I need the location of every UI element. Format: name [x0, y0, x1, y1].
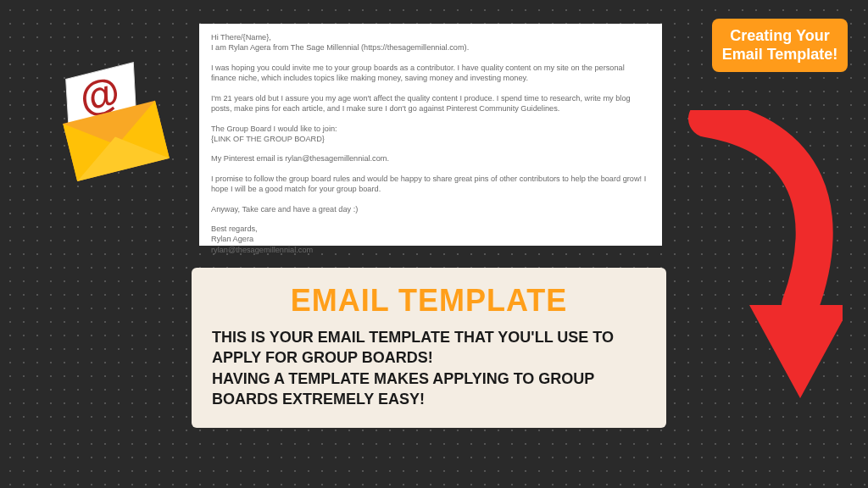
- email-signoff: Best regards,: [211, 225, 258, 233]
- badge-line2: Email Template!: [721, 46, 839, 64]
- svg-marker-6: [749, 305, 843, 398]
- email-greeting: Hi There/{Name},: [211, 33, 271, 42]
- caption-line1: THIS IS YOUR EMAIL TEMPLATE THAT YOU'LL …: [212, 327, 646, 369]
- caption-card: EMAIL TEMPLATE THIS IS YOUR EMAIL TEMPLA…: [192, 268, 666, 428]
- email-pinterest: My Pinterest email is rylan@thesagemille…: [211, 153, 650, 164]
- email-join-line: The Group Board I would like to join:: [211, 125, 337, 133]
- email-sender-name: Rylan Agera: [211, 235, 253, 243]
- email-sender-address: rylan@thesagemillennial.com: [211, 246, 313, 254]
- email-envelope-icon: @: [40, 52, 184, 196]
- email-join-placeholder: {LINK OF THE GROUP BOARD}: [211, 135, 325, 143]
- slide-badge: Creating Your Email Template!: [712, 19, 848, 72]
- email-promise: I promise to follow the group board rule…: [211, 174, 650, 195]
- email-para1: I was hoping you could invite me to your…: [211, 63, 650, 84]
- badge-line1: Creating Your: [721, 27, 839, 46]
- email-intro: I am Rylan Agera from The Sage Millennia…: [211, 43, 469, 52]
- email-template-screenshot: Hi There/{Name}, I am Rylan Agera from T…: [199, 24, 662, 246]
- caption-line2: HAVING A TEMPLATE MAKES APPLYING TO GROU…: [212, 369, 646, 410]
- curved-arrow-icon: [656, 110, 843, 415]
- caption-title: EMAIL TEMPLATE: [212, 283, 646, 319]
- email-para2: I'm 21 years old but I assure you my age…: [211, 93, 650, 114]
- email-closing: Anyway, Take care and have a great day :…: [211, 204, 650, 214]
